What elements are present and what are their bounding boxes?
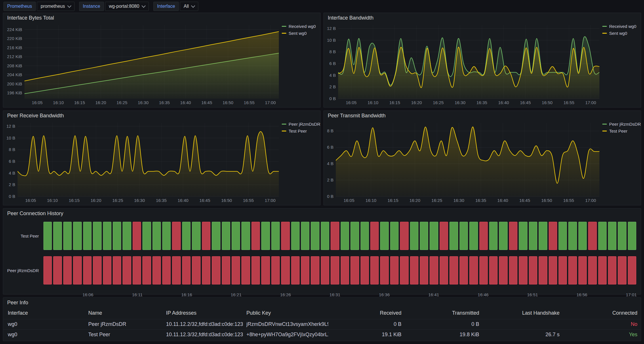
state-bar-disconnected bbox=[539, 256, 547, 284]
peer-receive-bandwidth-chart[interactable]: 0 B2 B4 B6 B8 B10 B12 B16:0516:1016:1516… bbox=[4, 121, 318, 204]
legend-item[interactable]: Test Peer bbox=[282, 129, 318, 133]
table-cell: +8he+pyWH7Oa9g2FVjIxQzy04brLX+D bbox=[243, 329, 328, 340]
column-header-ip-addresses[interactable]: IP Addresses bbox=[163, 307, 243, 319]
state-bar-disconnected bbox=[162, 256, 171, 284]
peer-connection-history-timeline[interactable]: Test PeerPeer jRzmDsDR16:0616:1116:1616:… bbox=[3, 218, 641, 294]
timeline-x-tick: 16:41 bbox=[428, 292, 439, 297]
state-bar-disconnected bbox=[400, 222, 408, 250]
state-bar-disconnected bbox=[301, 256, 309, 284]
svg-text:216 KiB: 216 KiB bbox=[7, 45, 22, 50]
chart-canvas: 0 B2 B4 B6 B8 B10 B12 B16:0516:1016:1516… bbox=[4, 121, 318, 204]
svg-text:0 B: 0 B bbox=[327, 194, 334, 199]
variable-label-instance[interactable]: Instance bbox=[79, 2, 104, 11]
state-bar-connected bbox=[83, 222, 92, 250]
svg-text:16:55: 16:55 bbox=[243, 198, 254, 203]
legend-item[interactable]: Peer jRzmDsDR bbox=[282, 122, 318, 127]
state-bar-disconnected bbox=[251, 222, 260, 250]
panel-title[interactable]: Peer Info bbox=[7, 300, 28, 306]
grafana-dashboard: Prometheus prometheus Instance wg-portal… bbox=[0, 0, 644, 344]
state-bar-connected bbox=[449, 222, 458, 250]
state-bar-disconnected bbox=[331, 222, 339, 250]
panel-title[interactable]: Interface Bandwidth bbox=[328, 15, 374, 21]
svg-text:16:20: 16:20 bbox=[409, 198, 420, 203]
state-bar-connected bbox=[410, 222, 418, 250]
state-bar-disconnected bbox=[410, 256, 418, 284]
svg-text:16:10: 16:10 bbox=[47, 198, 58, 203]
state-bar-connected bbox=[162, 222, 171, 250]
panel-header: Peer Receive Bandwidth bbox=[3, 111, 320, 121]
interface-bandwidth-chart[interactable]: 0 B2 B4 B6 B8 B10 B12 B16:0516:1016:1516… bbox=[325, 23, 639, 106]
svg-text:8 B: 8 B bbox=[327, 128, 334, 133]
state-bar-disconnected bbox=[73, 256, 81, 284]
state-bar-connected bbox=[361, 222, 369, 250]
column-header-transmitted[interactable]: Transmitted bbox=[405, 307, 483, 319]
state-bar-disconnected bbox=[331, 256, 339, 284]
variable-label-interface[interactable]: Interface bbox=[153, 2, 179, 11]
panel-title[interactable]: Interface Bytes Total bbox=[7, 15, 54, 21]
chart-legend: Received wg0Sent wg0 bbox=[282, 24, 318, 36]
state-bar-disconnected bbox=[202, 256, 210, 284]
state-bar-disconnected bbox=[440, 222, 448, 250]
column-header-name[interactable]: Name bbox=[85, 307, 163, 319]
timeline-x-tick: 16:21 bbox=[231, 292, 242, 297]
table-cell: 10.11.12.3/32,fdfd:d3ad:c0de:1234::2/128 bbox=[163, 329, 243, 340]
column-header-received[interactable]: Received bbox=[328, 307, 405, 319]
state-bar-disconnected bbox=[370, 222, 379, 250]
state-bar-disconnected bbox=[53, 256, 62, 284]
legend-item[interactable]: Sent wg0 bbox=[282, 31, 318, 36]
chevron-down-icon bbox=[142, 3, 146, 7]
svg-text:0 B: 0 B bbox=[9, 194, 15, 199]
state-bar-disconnected bbox=[202, 222, 210, 250]
variable-label-prometheus[interactable]: Prometheus bbox=[3, 2, 36, 11]
svg-text:16:30: 16:30 bbox=[454, 198, 464, 203]
state-bar-connected bbox=[291, 222, 300, 250]
svg-text:16:15: 16:15 bbox=[389, 100, 400, 105]
legend-item[interactable]: Received wg0 bbox=[282, 24, 318, 29]
variable-value-interface: All bbox=[184, 4, 189, 9]
legend-item[interactable]: Peer jRzmDsDR bbox=[602, 122, 639, 127]
svg-text:2 B: 2 B bbox=[327, 177, 334, 182]
state-bar-connected bbox=[430, 222, 438, 250]
series-color-swatch bbox=[282, 131, 286, 131]
svg-text:16:05: 16:05 bbox=[25, 198, 36, 203]
column-header-last-handshake[interactable]: Last Handshake bbox=[483, 307, 563, 319]
panel-title[interactable]: Peer Transmit Bandwidth bbox=[328, 113, 386, 119]
panel-title[interactable]: Peer Connection History bbox=[7, 211, 63, 217]
legend-item[interactable]: Sent wg0 bbox=[602, 31, 639, 36]
state-bar-disconnected bbox=[390, 256, 399, 284]
timeline-x-tick: 16:31 bbox=[329, 292, 340, 297]
svg-text:6 B: 6 B bbox=[9, 159, 15, 164]
timeline-bars bbox=[43, 256, 636, 284]
column-header-interface[interactable]: Interface bbox=[3, 307, 85, 319]
svg-text:6 B: 6 B bbox=[327, 145, 334, 150]
column-header-public-key[interactable]: Public Key bbox=[243, 307, 328, 319]
variable-group-interface: Interface All bbox=[153, 2, 198, 11]
state-bar-disconnected bbox=[479, 222, 488, 250]
variable-value-prometheus: prometheus bbox=[41, 4, 65, 9]
state-bar-disconnected bbox=[568, 256, 577, 284]
series-color-swatch bbox=[282, 33, 286, 34]
legend-item[interactable]: Test Peer bbox=[602, 129, 639, 133]
variable-select-interface[interactable]: All bbox=[180, 2, 198, 11]
svg-text:17:00: 17:00 bbox=[265, 100, 276, 105]
interface-bytes-total-chart[interactable]: 196 KiB200 KiB204 KiB208 KiB212 KiB216 K… bbox=[4, 23, 318, 106]
state-bar-disconnected bbox=[430, 256, 438, 284]
legend-label: Sent wg0 bbox=[609, 31, 627, 36]
svg-text:16:30: 16:30 bbox=[134, 198, 145, 203]
svg-text:16:05: 16:05 bbox=[346, 100, 357, 105]
svg-text:16:35: 16:35 bbox=[156, 198, 167, 203]
variable-select-prometheus[interactable]: prometheus bbox=[37, 2, 75, 11]
series-color-swatch bbox=[282, 26, 286, 27]
svg-text:10 B: 10 B bbox=[6, 135, 15, 140]
state-bar-disconnected bbox=[291, 256, 300, 284]
svg-text:16:55: 16:55 bbox=[563, 100, 574, 105]
column-header-connected[interactable]: Connected bbox=[563, 307, 641, 319]
variable-select-instance[interactable]: wg-portal:8080 bbox=[105, 2, 149, 11]
state-bar-connected bbox=[628, 222, 636, 250]
state-bar-disconnected bbox=[370, 256, 379, 284]
state-bar-disconnected bbox=[172, 256, 180, 284]
panel-title[interactable]: Peer Receive Bandwidth bbox=[7, 113, 64, 119]
legend-item[interactable]: Received wg0 bbox=[602, 24, 639, 29]
timeline-x-tick: 16:26 bbox=[280, 292, 291, 297]
peer-transmit-bandwidth-chart[interactable]: 0 B2 B4 B6 B8 B16:0516:1016:1516:2016:25… bbox=[325, 121, 639, 204]
